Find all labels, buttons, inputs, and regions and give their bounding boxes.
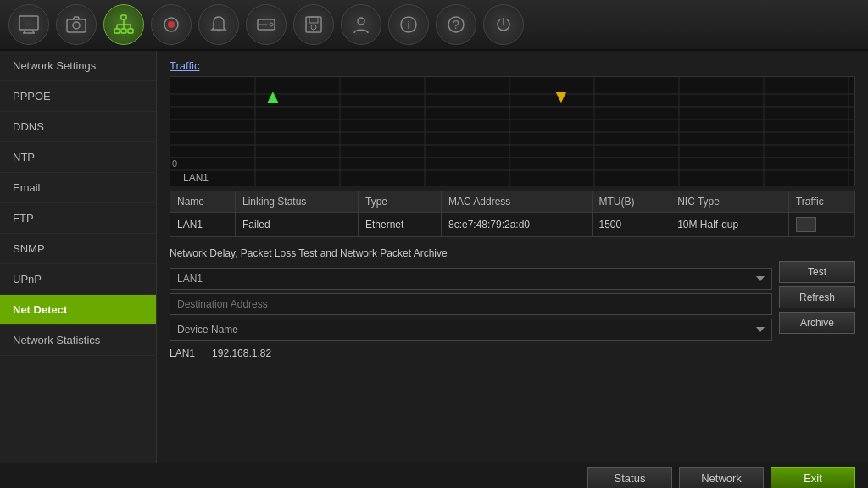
network-button[interactable]: Network [679, 467, 764, 489]
col-header-traffic: Traffic [788, 191, 854, 213]
table-cell: LAN1 [170, 213, 236, 237]
net-detect-buttons: Test Refresh Archive [779, 244, 855, 363]
svg-rect-8 [121, 29, 126, 33]
refresh-button[interactable]: Refresh [779, 286, 855, 308]
hdd-icon[interactable] [246, 4, 287, 45]
col-header-name: Name [170, 191, 236, 213]
traffic-thumbnail[interactable] [796, 217, 816, 232]
table-cell: 10M Half-dup [670, 213, 789, 237]
table-row: LAN1FailedEthernet8c:e7:48:79:2a:d015001… [170, 213, 855, 237]
table-cell: 8c:e7:48:79:2a:d0 [441, 213, 592, 237]
table-cell: 1500 [592, 213, 670, 237]
svg-rect-9 [128, 29, 133, 33]
svg-point-22 [311, 25, 316, 30]
sidebar-item-email[interactable]: Email [0, 173, 156, 203]
svg-point-16 [168, 21, 175, 28]
net-detect-form: Network Delay, Packet Loss Test and Netw… [170, 244, 772, 363]
sidebar-item-upnp[interactable]: UPnP [0, 264, 156, 295]
svg-point-18 [270, 23, 273, 26]
svg-rect-21 [309, 17, 318, 23]
info-icon[interactable]: i [388, 4, 429, 45]
chart-download-arrow: ▼ [552, 86, 570, 108]
power-icon[interactable] [483, 4, 524, 45]
col-header-linking-status: Linking Status [235, 191, 358, 213]
camera-icon[interactable] [56, 4, 97, 45]
col-header-mtu: MTU(B) [592, 191, 670, 213]
nic-table: Name Linking Status Type MAC Address MTU… [170, 191, 855, 237]
sidebar-item-net-detect[interactable]: Net Detect [0, 295, 156, 325]
archive-button[interactable]: Archive [779, 312, 855, 334]
lan-info: LAN1 192.168.1.82 [170, 344, 772, 363]
svg-point-23 [358, 18, 364, 25]
table-cell: Failed [235, 213, 358, 237]
record-icon[interactable] [151, 4, 192, 45]
disk-icon[interactable] [293, 4, 334, 45]
sidebar-item-ftp[interactable]: FTP [0, 203, 156, 234]
svg-rect-0 [19, 16, 38, 30]
device-name-row: Device Name [170, 319, 772, 341]
main-layout: Network Settings PPPOE DDNS NTP Email FT… [0, 51, 868, 463]
network-icon[interactable] [103, 4, 144, 45]
net-detect-title: Network Delay, Packet Loss Test and Netw… [170, 244, 772, 263]
question-icon[interactable]: ? [436, 4, 476, 45]
svg-text:i: i [408, 19, 410, 31]
footer-buttons-bar: Status Network Exit [0, 463, 868, 488]
col-header-mac: MAC Address [441, 191, 592, 213]
select-nic-dropdown[interactable]: LAN1 [170, 268, 772, 290]
traffic-chart: 0 ▲ ▼ LAN1 [170, 76, 855, 186]
monitor-icon[interactable] [8, 4, 49, 45]
svg-text:?: ? [453, 18, 459, 31]
net-detect-section: Network Delay, Packet Loss Test and Netw… [170, 244, 855, 363]
svg-rect-6 [121, 15, 126, 19]
sidebar-item-network-settings[interactable]: Network Settings [0, 51, 156, 81]
lan-info-label: LAN1 [170, 347, 195, 359]
destination-address-input[interactable] [170, 293, 772, 315]
exit-button[interactable]: Exit [771, 467, 855, 489]
sidebar-item-pppoe[interactable]: PPPOE [0, 81, 156, 112]
chart-lan-label: LAN1 [183, 172, 209, 184]
chart-zero-label: 0 [172, 158, 177, 169]
sidebar-item-ddns[interactable]: DDNS [0, 112, 156, 142]
sidebar-item-ntp[interactable]: NTP [0, 142, 156, 173]
user-icon[interactable] [341, 4, 381, 45]
chart-upload-arrow: ▲ [264, 86, 282, 108]
col-header-type: Type [359, 191, 442, 213]
status-button[interactable]: Status [587, 467, 672, 489]
select-nic-row: LAN1 [170, 268, 772, 290]
table-cell: Ethernet [359, 213, 442, 237]
content-area: Traffic 0 [157, 51, 868, 463]
traffic-link[interactable]: Traffic [170, 59, 199, 72]
toolbar: i ? [0, 0, 868, 51]
lan-info-ip: 192.168.1.82 [212, 347, 271, 359]
svg-rect-7 [114, 29, 120, 33]
destination-address-row [170, 293, 772, 315]
traffic-cell [788, 213, 854, 237]
sidebar: Network Settings PPPOE DDNS NTP Email FT… [0, 51, 157, 463]
device-name-dropdown[interactable]: Device Name [170, 319, 772, 341]
svg-point-5 [73, 22, 80, 29]
sidebar-item-network-stats[interactable]: Network Statistics [0, 325, 156, 356]
test-button[interactable]: Test [779, 261, 855, 283]
bell-icon[interactable] [198, 4, 239, 45]
sidebar-item-snmp[interactable]: SNMP [0, 234, 156, 264]
col-header-nic-type: NIC Type [670, 191, 789, 213]
